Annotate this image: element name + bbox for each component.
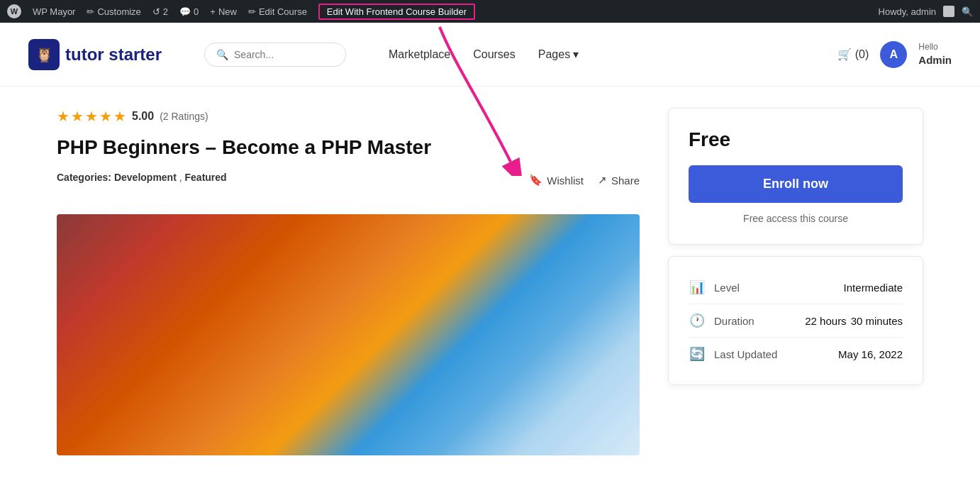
course-image	[57, 214, 640, 455]
share-label: Share	[611, 174, 640, 187]
howdy-label: Howdy, admin	[879, 6, 936, 17]
search-icon: 🔍	[216, 49, 228, 60]
nav-links: Marketplace Courses Pages ▾	[389, 48, 579, 61]
revisions-item[interactable]: ↺ 2	[152, 6, 168, 17]
last-updated-label: Last Updated	[714, 348, 830, 360]
edit-frontend-button[interactable]: Edit With Frontend Course Builder	[318, 4, 475, 20]
nav-right: 🛒 (0) A Hello Admin	[837, 41, 952, 68]
wp-mayor-label: WP Mayor	[33, 6, 75, 17]
actions-row: 🔖 Wishlist ↗ Share	[529, 174, 640, 187]
search-admin-icon[interactable]: 🔍	[962, 6, 973, 17]
wp-logo-icon: W	[7, 4, 21, 18]
logo-area[interactable]: 🦉 tutor starter	[28, 39, 162, 70]
meta-card: 📊 Level Intermediate 🕐 Duration 22 hours…	[668, 256, 923, 385]
admin-avatar	[943, 6, 954, 17]
nav-courses[interactable]: Courses	[473, 48, 516, 61]
wishlist-icon: 🔖	[529, 174, 542, 187]
logo-text: tutor starter	[65, 45, 162, 65]
admin-bar: W WP Mayor ✏ Customize ↺ 2 💬 0 + New ✏ E…	[0, 0, 980, 23]
cart-button[interactable]: 🛒 (0)	[837, 48, 869, 61]
enroll-card: Free Enroll now Free access this course	[668, 108, 923, 245]
comments-item[interactable]: 💬 0	[179, 6, 199, 17]
new-label: New	[218, 6, 237, 17]
duration-label: Duration	[714, 315, 796, 327]
star-5: ★	[113, 108, 126, 125]
rating-number: 5.00	[132, 110, 154, 123]
star-3: ★	[85, 108, 98, 125]
logo-owl-icon: 🦉	[28, 39, 60, 70]
duration-icon: 🕐	[689, 313, 706, 328]
user-hello-text: Hello	[918, 42, 952, 53]
nav-bar: 🦉 tutor starter 🔍 Marketplace Courses Pa…	[0, 23, 980, 87]
duration-minutes: 30 minutes	[851, 315, 903, 327]
price-label: Free	[689, 128, 903, 151]
course-sidebar: Free Enroll now Free access this course …	[668, 108, 923, 455]
search-input[interactable]	[234, 49, 326, 60]
star-1: ★	[57, 108, 69, 125]
pages-chevron-icon: ▾	[573, 48, 579, 61]
edit-course-label: Edit Course	[259, 6, 307, 17]
main-content: ★ ★ ★ ★ ★ 5.00 (2 Ratings) PHP Beginners…	[0, 87, 980, 477]
revisions-count: 2	[163, 6, 168, 17]
course-main: ★ ★ ★ ★ ★ 5.00 (2 Ratings) PHP Beginners…	[57, 108, 640, 455]
star-2: ★	[71, 108, 84, 125]
edit-course-item[interactable]: ✏ Edit Course	[248, 6, 307, 17]
category-development[interactable]: Development	[114, 172, 179, 183]
last-updated-icon: 🔄	[689, 346, 706, 362]
wishlist-button[interactable]: 🔖 Wishlist	[529, 174, 584, 187]
search-box[interactable]: 🔍	[204, 43, 346, 67]
rating-count: (2 Ratings)	[160, 111, 208, 122]
duration-value: 22 hours 30 minutes	[805, 315, 903, 327]
nav-marketplace[interactable]: Marketplace	[389, 48, 450, 61]
duration-row: 🕐 Duration 22 hours 30 minutes	[689, 304, 903, 338]
last-updated-value: May 16, 2022	[838, 348, 903, 360]
stars: ★ ★ ★ ★ ★	[57, 108, 126, 125]
wishlist-label: Wishlist	[547, 174, 584, 187]
admin-bar-left: W WP Mayor ✏ Customize ↺ 2 💬 0 + New ✏ E…	[7, 4, 475, 20]
rating-row: ★ ★ ★ ★ ★ 5.00 (2 Ratings)	[57, 108, 640, 125]
categories-label: Categories:	[57, 172, 111, 183]
new-item[interactable]: + New	[210, 6, 237, 17]
category-featured[interactable]: Featured	[185, 172, 227, 183]
user-name-text: Admin	[918, 53, 952, 67]
enroll-now-button[interactable]: Enroll now	[689, 165, 903, 203]
share-button[interactable]: ↗ Share	[598, 174, 640, 187]
cart-count: (0)	[855, 48, 869, 60]
wp-mayor-item[interactable]: WP Mayor	[33, 6, 75, 17]
last-updated-row: 🔄 Last Updated May 16, 2022	[689, 338, 903, 370]
level-label: Level	[714, 282, 835, 294]
categories-row: Categories: Development , Featured	[57, 172, 227, 183]
star-4: ★	[99, 108, 112, 125]
level-icon: 📊	[689, 279, 706, 295]
course-image-inner	[57, 214, 640, 455]
level-value: Intermediate	[844, 282, 903, 294]
customize-label: Customize	[97, 6, 140, 17]
cart-icon: 🛒	[837, 48, 852, 60]
share-icon: ↗	[598, 174, 607, 187]
admin-bar-right: Howdy, admin 🔍	[879, 6, 973, 17]
duration-hours: 22 hours	[805, 315, 846, 327]
course-title: PHP Beginners – Become a PHP Master	[57, 135, 640, 160]
user-info: Hello Admin	[918, 42, 952, 67]
level-row: 📊 Level Intermediate	[689, 271, 903, 304]
nav-pages[interactable]: Pages ▾	[538, 48, 579, 61]
free-access-label: Free access this course	[689, 213, 903, 224]
customize-item[interactable]: ✏ Customize	[87, 6, 140, 17]
comments-count: 0	[194, 6, 199, 17]
wp-logo-item[interactable]: W	[7, 4, 21, 18]
user-avatar: A	[880, 41, 907, 68]
